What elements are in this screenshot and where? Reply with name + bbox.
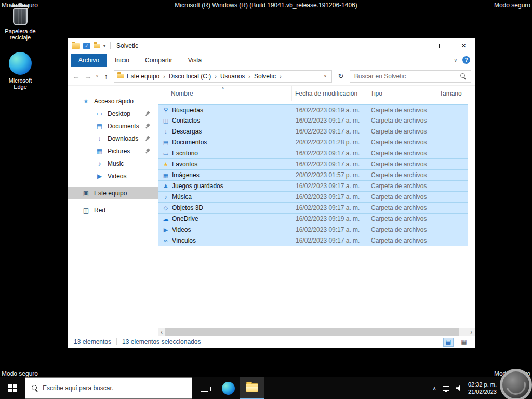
file-name: Favoritos bbox=[172, 161, 292, 168]
history-dropdown-icon[interactable]: ∨ bbox=[96, 74, 99, 78]
volume-icon[interactable] bbox=[456, 385, 462, 391]
file-modified: 16/02/2023 09:17 a. m. bbox=[292, 226, 368, 233]
tab-archivo[interactable]: Archivo bbox=[71, 54, 107, 66]
file-row[interactable]: ◫Contactos16/02/2023 09:17 a. m.Carpeta … bbox=[158, 115, 468, 126]
search-box[interactable] bbox=[350, 70, 471, 83]
quick-access-properties-icon[interactable]: ✓ bbox=[83, 43, 90, 49]
network-tray-icon[interactable] bbox=[443, 386, 449, 391]
scroll-right-icon[interactable]: › bbox=[468, 328, 475, 336]
sidebar-item-videos[interactable]: ▶Videos bbox=[68, 170, 158, 182]
scroll-left-icon[interactable]: ‹ bbox=[158, 328, 165, 336]
breadcrumb-chevron-icon[interactable]: › bbox=[247, 73, 251, 79]
file-row[interactable]: ♪Música16/02/2023 09:17 a. m.Carpeta de … bbox=[158, 192, 468, 203]
file-type: Carpeta de archivos bbox=[368, 215, 437, 222]
column-header-nombre[interactable]: Nombre bbox=[158, 86, 292, 101]
details-view-button[interactable]: ▤ bbox=[443, 338, 454, 347]
file-row[interactable]: ♟Juegos guardados16/02/2023 09:17 a. m.C… bbox=[158, 181, 468, 192]
sidebar-item-documents[interactable]: ▤Documents bbox=[68, 120, 158, 132]
address-bar[interactable]: Este equipo›Disco local (C:)›Usuarios›So… bbox=[114, 70, 332, 83]
breadcrumb-chevron-icon[interactable]: › bbox=[214, 73, 218, 79]
sidebar-item-pictures[interactable]: ▦Pictures bbox=[68, 145, 158, 157]
scrollbar-thumb[interactable] bbox=[165, 328, 459, 336]
desktop-icon-recycle-bin[interactable]: Papelera de reciclaje bbox=[2, 8, 39, 41]
sort-ascending-icon[interactable]: ∧ bbox=[221, 86, 224, 90]
sidebar-item-desktop[interactable]: ▭Desktop bbox=[68, 108, 158, 120]
windows-build-text: Microsoft (R) Windows (R) (Build 19041.v… bbox=[0, 2, 532, 9]
pin-icon bbox=[144, 148, 151, 155]
tab-inicio[interactable]: Inicio bbox=[107, 54, 137, 66]
sidebar-item-red[interactable]: ◫Red bbox=[68, 204, 158, 217]
close-button[interactable]: ✕ bbox=[452, 38, 475, 54]
title-bar[interactable]: ✓ ▾ Solvetic – ✕ bbox=[68, 38, 475, 54]
column-header-tamaño[interactable]: Tamaño bbox=[436, 86, 468, 101]
large-icons-view-button[interactable]: ▦ bbox=[459, 338, 469, 347]
file-row[interactable]: ☁OneDrive16/02/2023 09:19 a. m.Carpeta d… bbox=[158, 214, 468, 224]
scrollbar-track[interactable] bbox=[165, 328, 468, 336]
pin-icon bbox=[144, 135, 151, 142]
help-icon[interactable]: ? bbox=[462, 56, 470, 64]
ribbon-tabs: ArchivoInicioCompartirVista bbox=[71, 54, 209, 66]
file-row[interactable]: ★Favoritos16/02/2023 09:17 a. m.Carpeta … bbox=[158, 159, 468, 170]
forward-button[interactable]: → bbox=[84, 72, 92, 81]
sidebar-item-label: Music bbox=[108, 160, 124, 167]
tab-compartir[interactable]: Compartir bbox=[137, 54, 180, 66]
maximize-button[interactable] bbox=[425, 38, 449, 54]
sidebar-item-downloads[interactable]: ↓Downloads bbox=[68, 132, 158, 145]
file-row[interactable]: ∞Vínculos16/02/2023 09:17 a. m.Carpeta d… bbox=[158, 235, 468, 246]
horizontal-scrollbar[interactable]: ‹ › bbox=[158, 328, 475, 336]
address-dropdown-icon[interactable]: ∨ bbox=[322, 74, 328, 78]
file-row[interactable]: ▦Imágenes20/02/2023 01:57 p. m.Carpeta d… bbox=[158, 170, 468, 181]
quick-access-dropdown-icon[interactable]: ▾ bbox=[103, 44, 105, 48]
window-body: ★Acceso rápido▭Desktop▤Documents↓Downloa… bbox=[68, 86, 475, 336]
file-row[interactable]: ↓Descargas16/02/2023 09:17 a. m.Carpeta … bbox=[158, 126, 468, 137]
taskbar-search[interactable] bbox=[25, 377, 192, 399]
safe-mode-label-top-left: Modo seguro bbox=[2, 2, 38, 9]
file-name: Descargas bbox=[172, 128, 292, 135]
breadcrumb-segment[interactable]: Este equipo bbox=[124, 73, 162, 80]
breadcrumb: Este equipo›Disco local (C:)›Usuarios›So… bbox=[124, 73, 283, 80]
refresh-button[interactable]: ↻ bbox=[335, 72, 347, 80]
file-row[interactable]: ⚲Búsquedas16/02/2023 09:19 a. m.Carpeta … bbox=[158, 104, 468, 115]
breadcrumb-segment[interactable]: Disco local (C:) bbox=[166, 73, 214, 80]
file-modified: 16/02/2023 09:19 a. m. bbox=[292, 107, 368, 114]
search-input[interactable] bbox=[354, 73, 457, 80]
file-type: Carpeta de archivos bbox=[368, 171, 437, 179]
file-row[interactable]: ▶Videos16/02/2023 09:17 a. m.Carpeta de … bbox=[158, 224, 468, 235]
desktop-folder-icon: ▭ bbox=[96, 110, 103, 117]
desktop-icon-microsoft-edge[interactable]: Microsoft Edge bbox=[2, 52, 39, 90]
taskbar-explorer-button[interactable] bbox=[240, 377, 264, 399]
quick-access-new-folder-icon[interactable] bbox=[94, 44, 100, 48]
task-view-button[interactable] bbox=[192, 377, 216, 399]
start-button[interactable] bbox=[0, 377, 25, 399]
file-name: Escritorio bbox=[172, 150, 292, 157]
edge-icon bbox=[9, 52, 32, 75]
back-button[interactable]: ← bbox=[72, 72, 81, 81]
column-header-fecha-de-modificación[interactable]: Fecha de modificación bbox=[292, 86, 367, 101]
file-row[interactable]: ◇Objetos 3D16/02/2023 09:17 a. m.Carpeta… bbox=[158, 203, 468, 214]
sidebar-item-label: Red bbox=[94, 207, 105, 214]
column-header-tipo[interactable]: Tipo bbox=[367, 86, 436, 101]
breadcrumb-chevron-icon[interactable]: › bbox=[162, 73, 166, 79]
file-row[interactable]: ▭Escritorio16/02/2023 09:17 a. m.Carpeta… bbox=[158, 148, 468, 159]
breadcrumb-segment[interactable]: Solvetic bbox=[251, 73, 278, 80]
file-name: Videos bbox=[172, 226, 292, 233]
file-type: Carpeta de archivos bbox=[368, 204, 437, 211]
expand-ribbon-icon[interactable]: ∨ bbox=[454, 58, 457, 63]
file-row[interactable]: ▤Documentos20/02/2023 01:28 p. m.Carpeta… bbox=[158, 137, 468, 148]
search-icon bbox=[460, 73, 467, 79]
minimize-button[interactable]: – bbox=[399, 38, 422, 54]
breadcrumb-segment[interactable]: Usuarios bbox=[218, 73, 247, 80]
taskbar-search-input[interactable] bbox=[43, 384, 185, 392]
breadcrumb-chevron-icon[interactable]: › bbox=[278, 73, 283, 79]
address-folder-icon bbox=[117, 74, 124, 78]
sidebar-item-acceso-rápido[interactable]: ★Acceso rápido bbox=[68, 95, 158, 108]
up-button[interactable]: ↑ bbox=[102, 72, 111, 81]
taskbar-edge-button[interactable] bbox=[216, 377, 240, 399]
tab-vista[interactable]: Vista bbox=[180, 54, 209, 66]
file-modified: 16/02/2023 09:17 a. m. bbox=[292, 237, 368, 244]
sidebar-item-music[interactable]: ♪Music bbox=[68, 157, 158, 170]
sidebar-item-este-equipo[interactable]: ▣Este equipo bbox=[68, 187, 158, 200]
pin-icon bbox=[144, 123, 151, 130]
show-hidden-icons-chevron[interactable]: ∧ bbox=[433, 385, 436, 391]
contacts-folder-icon: ◫ bbox=[162, 117, 169, 124]
